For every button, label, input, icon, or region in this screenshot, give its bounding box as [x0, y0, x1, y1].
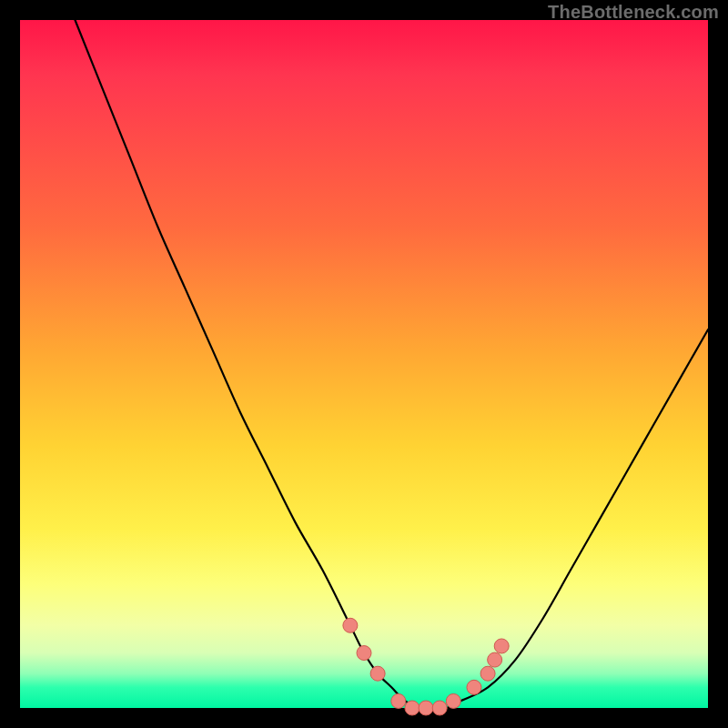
curve-marker [480, 666, 495, 681]
plot-area [20, 20, 708, 708]
curve-marker [467, 680, 481, 694]
curve-marker [391, 693, 406, 708]
curve-marker [432, 701, 447, 715]
curve-marker [494, 639, 509, 653]
curve-marker [343, 618, 358, 632]
curve-marker [488, 652, 502, 667]
curve-marker [405, 701, 420, 715]
bottleneck-curve [75, 20, 708, 709]
curve-marker [370, 666, 385, 681]
curve-marker [446, 693, 460, 708]
curve-marker [419, 701, 433, 715]
bottleneck-curve-layer [20, 20, 708, 708]
curve-markers [343, 618, 509, 715]
curve-marker [357, 646, 371, 661]
watermark-text: TheBottleneck.com [548, 2, 719, 23]
chart-frame: TheBottleneck.com [0, 0, 728, 728]
